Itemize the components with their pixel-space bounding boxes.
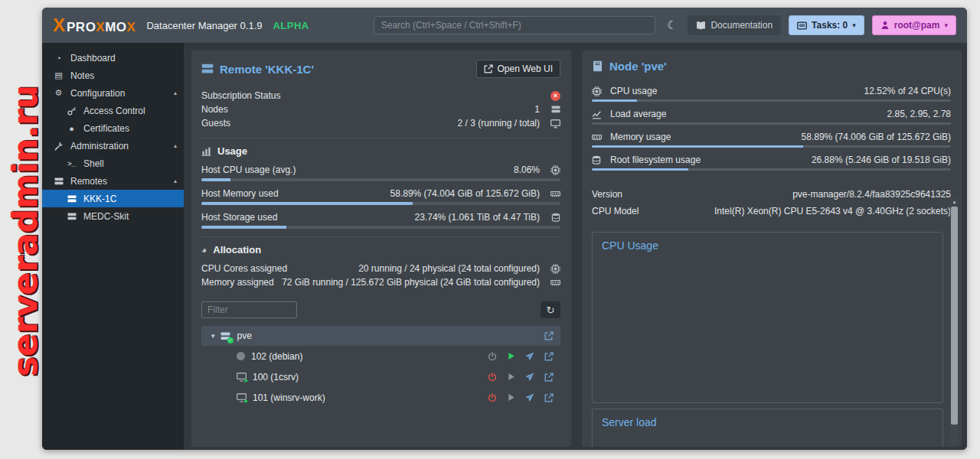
migrate-button[interactable]: [525, 393, 534, 402]
guest-row-100[interactable]: 100 (1csrv): [201, 366, 560, 387]
proxmox-x-icon: X: [53, 16, 65, 34]
collapse-caret-icon[interactable]: ▴: [174, 177, 177, 184]
node-server-icon: ✓: [220, 331, 230, 341]
desktop-icon: [547, 119, 560, 129]
external-link-icon: [484, 64, 493, 73]
open-guest-ui-button[interactable]: [544, 393, 554, 402]
migrate-button[interactable]: [525, 352, 534, 361]
usage-section-title: Usage: [217, 145, 247, 157]
charts-area: CPU Usage Server load: [592, 232, 951, 447]
shutdown-button[interactable]: [488, 352, 497, 361]
sidebar-item-administration[interactable]: Administration ▴: [42, 137, 184, 155]
tree-node-pve[interactable]: ▾ ✓ pve: [201, 326, 560, 346]
user-menu-button[interactable]: root@pam ▾: [872, 15, 956, 35]
nodes-row: Nodes 1: [201, 103, 560, 116]
migrate-button[interactable]: [525, 373, 534, 382]
pie-chart-icon: ◕: [201, 245, 207, 256]
vm-running-icon: [237, 392, 247, 402]
proxmox-logo: X PROXMOX: [53, 16, 136, 35]
refresh-button[interactable]: ↻: [541, 301, 560, 318]
scroll-up-arrow-icon[interactable]: ▴: [950, 197, 959, 206]
host-cpu-progress: [201, 178, 560, 181]
host-cpu-usage-row: Host CPU usage (avg.) 8.06%: [201, 163, 560, 177]
storage-icon: [592, 155, 603, 164]
caret-down-icon: ▾: [852, 21, 856, 29]
app-title: Datacenter Manager 0.1.9: [146, 20, 262, 31]
sidebar-item-notes[interactable]: ▤ Notes: [42, 67, 184, 84]
remote-panel-title: Remote 'KKK-1C': [220, 63, 314, 76]
chart-title: Server load: [602, 416, 933, 428]
cpu-cores-assigned-row: CPU Cores assigned 20 running / 24 physi…: [201, 262, 560, 275]
load-average-row: Load average 2.85, 2.95, 2.78: [592, 106, 951, 120]
gears-icon: ⚙: [53, 88, 64, 98]
cpu-icon: [547, 264, 560, 274]
remote-panel: Remote 'KKK-1C' Open Web UI Subscription…: [191, 50, 571, 447]
running-play-icon: [243, 378, 249, 383]
theme-toggle-moon-icon[interactable]: ☾: [667, 18, 677, 32]
server-load-chart: Server load: [592, 409, 943, 447]
gauge-icon: ◔: [53, 54, 64, 63]
version-row: Version pve-manager/8.2.4/faa83925c96413…: [592, 186, 951, 203]
main-content: Remote 'KKK-1C' Open Web UI Subscription…: [184, 43, 967, 450]
subscription-status-row: Subscription Status ×: [201, 89, 560, 103]
wrench-icon: [53, 142, 64, 151]
open-guest-ui-button[interactable]: [544, 352, 554, 361]
storage-icon: [547, 213, 560, 222]
top-bar: X PROXMOX Datacenter Manager 0.1.9 ALPHA…: [42, 8, 967, 43]
start-button[interactable]: [507, 393, 515, 402]
cpu-usage-progress: [592, 99, 951, 102]
open-guest-ui-button[interactable]: [544, 373, 554, 382]
tasks-label: Tasks: 0: [812, 20, 848, 31]
node-panel-title: Node 'pve': [609, 60, 667, 73]
sidebar-item-access-control[interactable]: Access Control: [42, 102, 184, 119]
sidebar-item-medc-skit[interactable]: MEDC-Skit: [42, 207, 184, 225]
user-icon: [880, 21, 890, 30]
guest-row-102[interactable]: 102 (debian): [201, 346, 560, 366]
memory-usage-row: Memory usage 58.89% (74.006 GiB of 125.6…: [592, 129, 951, 143]
guest-row-101[interactable]: 101 (winsrv-work): [201, 387, 560, 408]
tree-expand-caret-icon[interactable]: ▾: [211, 332, 215, 340]
cpu-usage-row: CPU usage 12.52% of 24 CPU(s): [592, 83, 951, 97]
shutdown-button[interactable]: [488, 373, 497, 382]
bar-chart-icon: [201, 146, 211, 156]
sidebar-item-shell[interactable]: >_ Shell: [42, 155, 184, 172]
alpha-badge: ALPHA: [273, 20, 309, 31]
caret-down-icon: ▾: [944, 21, 948, 29]
start-button[interactable]: [507, 352, 515, 360]
vm-running-icon: [237, 372, 247, 382]
open-node-ui-button[interactable]: [544, 331, 554, 340]
note-icon: ▤: [53, 70, 64, 80]
server-stack-icon: [53, 177, 64, 186]
load-average-divider: [592, 122, 951, 125]
chart-title: CPU Usage: [602, 239, 933, 252]
sidebar-item-certificates[interactable]: ● Certificates: [42, 119, 184, 137]
sidebar-item-kkk-1c[interactable]: KKK-1C: [42, 190, 184, 207]
allocation-section-title: Allocation: [213, 244, 261, 256]
sidebar-item-remotes[interactable]: Remotes ▴: [42, 172, 184, 190]
tasks-list-icon: [797, 21, 807, 31]
tasks-button[interactable]: Tasks: 0 ▾: [789, 15, 864, 35]
sidebar-item-dashboard[interactable]: ◔ Dashboard: [42, 49, 184, 67]
documentation-button[interactable]: Documentation: [688, 15, 781, 35]
shutdown-button[interactable]: [488, 393, 497, 402]
scrollbar-thumb[interactable]: [951, 207, 958, 425]
server-stack-icon: [201, 63, 214, 75]
sidebar-item-configuration[interactable]: ⚙ Configuration ▴: [42, 84, 184, 102]
start-button[interactable]: [507, 373, 515, 381]
host-storage-progress: [201, 226, 560, 229]
collapse-caret-icon[interactable]: ▴: [174, 142, 177, 149]
server-icon: [66, 194, 77, 203]
running-play-icon: [243, 399, 249, 404]
guest-filter-input[interactable]: [201, 301, 297, 318]
host-memory-row: Host Memory used 58.89% (74.004 GiB of 1…: [201, 187, 560, 200]
open-web-ui-button[interactable]: Open Web UI: [476, 60, 560, 78]
cpu-usage-chart: CPU Usage: [592, 232, 943, 403]
vertical-scrollbar[interactable]: ▴: [950, 197, 959, 444]
search-input[interactable]: [374, 16, 655, 34]
cpu-model-row: CPU Model Intel(R) Xeon(R) CPU E5-2643 v…: [592, 203, 951, 220]
divider: [201, 236, 560, 237]
host-memory-progress: [201, 202, 560, 205]
collapse-caret-icon[interactable]: ▴: [174, 90, 177, 96]
online-check-icon: ✓: [227, 337, 234, 343]
memory-icon: [547, 278, 560, 288]
